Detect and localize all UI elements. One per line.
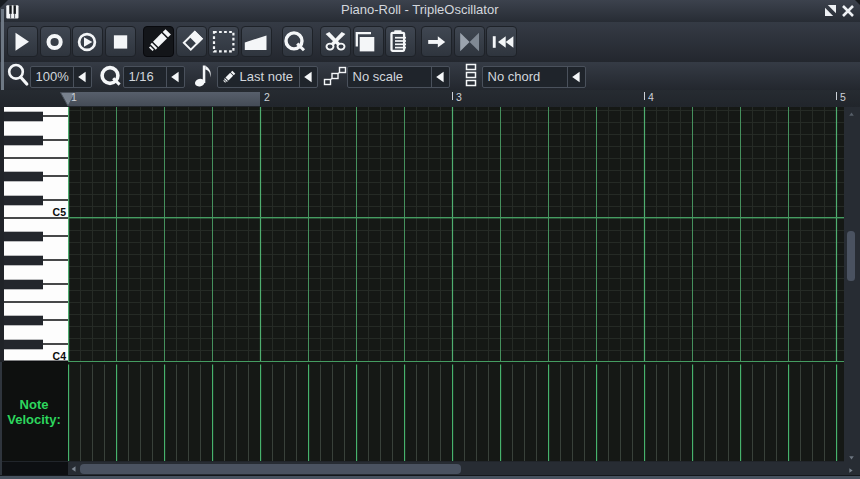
svg-text:C5: C5 [53,206,67,218]
svg-text:C4: C4 [53,350,67,362]
